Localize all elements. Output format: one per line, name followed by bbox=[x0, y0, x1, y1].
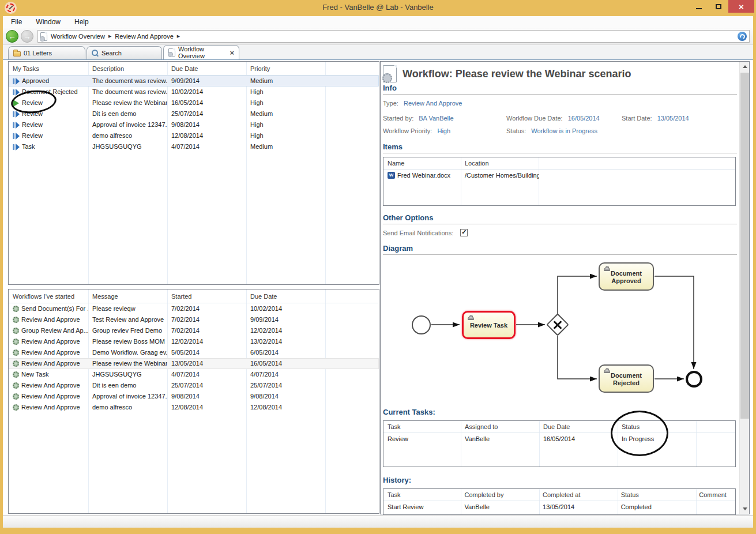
cell-text: Review And Approve bbox=[21, 380, 80, 391]
column-header[interactable]: Comment bbox=[695, 489, 735, 501]
table-row[interactable]: ApprovedThe document was review...9/09/2… bbox=[9, 76, 379, 87]
docx-icon bbox=[388, 172, 395, 179]
column-header[interactable]: Priority bbox=[246, 62, 325, 75]
tab-search[interactable]: Search bbox=[86, 46, 162, 59]
column-header[interactable]: Task bbox=[383, 489, 461, 501]
cell-text: 9/09/2014 bbox=[171, 76, 200, 87]
menu-window[interactable]: Window bbox=[36, 18, 61, 26]
table-row[interactable]: Review And Approvedemo alfresco12/08/201… bbox=[9, 402, 379, 413]
table-row[interactable]: Reviewdemo alfresco12/08/2014High bbox=[9, 130, 379, 141]
column-header[interactable]: Status bbox=[617, 489, 695, 501]
table-row[interactable]: Start ReviewVanBelle13/05/2014Completed bbox=[383, 501, 735, 513]
menu-help[interactable]: Help bbox=[74, 18, 89, 26]
table-row[interactable]: ReviewApproval of invoice 12347...9/08/2… bbox=[9, 119, 379, 130]
wf-gear-icon bbox=[13, 371, 19, 378]
table-row[interactable]: ReviewVanBelle16/05/2014In Progress bbox=[383, 433, 735, 445]
cell-text: 9/09/2014 bbox=[250, 314, 279, 325]
close-button[interactable]: × bbox=[728, 0, 754, 13]
table-cell: High bbox=[246, 119, 325, 130]
table-row[interactable]: New TaskJHGSUSGUQYG4/07/20144/07/2014 bbox=[9, 369, 379, 380]
scrollbar-thumb[interactable] bbox=[740, 73, 749, 419]
tab-01-letters[interactable]: 01 Letters bbox=[8, 46, 85, 59]
table-cell: 12/08/2014 bbox=[167, 402, 246, 413]
column-header[interactable]: Workflows I've started bbox=[9, 289, 88, 303]
send-email-checkbox[interactable] bbox=[460, 229, 468, 236]
table-row[interactable]: Review And ApproveTest Review and Approv… bbox=[9, 314, 379, 325]
scroll-down-button[interactable] bbox=[740, 504, 750, 514]
table-row[interactable]: Document RejectedThe document was review… bbox=[9, 87, 379, 97]
forward-button[interactable]: → bbox=[21, 30, 33, 43]
sync-icon[interactable] bbox=[738, 32, 747, 41]
column-header[interactable]: Name bbox=[383, 157, 461, 169]
breadcrumb[interactable]: Workflow Overview ▶ Review And Approve ▶ bbox=[37, 30, 750, 43]
column-header[interactable]: My Tasks bbox=[9, 62, 88, 75]
table-row[interactable]: Review And ApproveApproval of invoice 12… bbox=[9, 391, 379, 402]
table-row[interactable]: Review And ApprovePlease review Boss MOM… bbox=[9, 336, 379, 347]
table-row[interactable]: Fred Webinar.docx/Customer Homes/Buildin… bbox=[383, 170, 735, 181]
task-blue-icon bbox=[13, 122, 20, 129]
review-task-node[interactable]: Review Task bbox=[462, 311, 516, 339]
cell-text: Task bbox=[22, 141, 35, 152]
table-row[interactable]: Send Document(s) For ...Please revieqw7/… bbox=[9, 303, 379, 314]
table-cell: Approval of invoice 12347... bbox=[88, 391, 167, 402]
cell-text: Review And Approve bbox=[21, 336, 80, 347]
table-cell: Please revieqw bbox=[88, 303, 167, 314]
column-header[interactable]: Assigned to bbox=[461, 421, 539, 433]
table-cell: Review And Approve bbox=[9, 314, 88, 325]
task-blue-icon bbox=[13, 133, 20, 140]
column-header[interactable]: Task bbox=[383, 421, 461, 433]
document-approved-node[interactable]: Document Approved bbox=[599, 262, 654, 291]
cell-text: Review And Approve bbox=[21, 402, 80, 413]
minimize-button[interactable] bbox=[689, 0, 709, 13]
menu-file[interactable]: File bbox=[11, 18, 22, 26]
table-cell: 13/05/2014 bbox=[539, 501, 617, 513]
cell-text: New Task bbox=[21, 369, 48, 380]
column-header[interactable]: Started bbox=[167, 289, 246, 303]
table-row[interactable]: ReviewDit is een demo25/07/2014Medium bbox=[9, 108, 379, 119]
tab-workflow-overview[interactable]: Workflow Overview × bbox=[163, 45, 239, 59]
table-header-row: Workflows I've startedMessageStartedDue … bbox=[9, 289, 379, 303]
back-button[interactable]: ← bbox=[6, 30, 18, 43]
cell-text: 12/02/2014 bbox=[171, 336, 203, 347]
table-row[interactable]: Review And ApproveDemo Workflow. Graag e… bbox=[9, 347, 379, 358]
column-header[interactable]: Location bbox=[461, 157, 539, 169]
column-header[interactable]: Completed by bbox=[461, 489, 539, 501]
table-cell: The document was review... bbox=[88, 87, 167, 97]
table-cell: demo alfresco bbox=[88, 130, 167, 141]
table-cell: Task bbox=[9, 141, 88, 152]
cell-text: Please revieqw bbox=[92, 303, 136, 314]
table-cell: 7/02/2014 bbox=[167, 303, 246, 314]
table-row[interactable]: ReviewPlease review the Webinar...16/05/… bbox=[9, 97, 379, 108]
table-cell: Medium bbox=[246, 141, 325, 152]
scroll-up-button[interactable] bbox=[740, 62, 750, 72]
workflow-doc-icon bbox=[383, 65, 397, 82]
table-cell: New Task bbox=[9, 369, 88, 380]
table-cell: Dit is een demo bbox=[88, 108, 167, 119]
vertical-scrollbar[interactable] bbox=[739, 62, 749, 514]
search-icon bbox=[92, 50, 99, 57]
column-header[interactable]: Due Date bbox=[167, 62, 246, 75]
folder-icon bbox=[13, 51, 21, 57]
column-header[interactable]: Completed at bbox=[539, 489, 617, 501]
info-type-label: Type: bbox=[383, 100, 398, 107]
chevron-right-icon[interactable]: ▶ bbox=[108, 34, 111, 39]
table-row[interactable]: Group Review And Ap...Group reviev Fred … bbox=[9, 325, 379, 336]
column-header[interactable]: Status bbox=[618, 421, 696, 433]
info-status-value: Workflow is in Progress bbox=[531, 127, 597, 134]
table-row[interactable]: Review And ApproveDit is een demo25/07/2… bbox=[9, 380, 379, 391]
column-header[interactable]: Due Date bbox=[246, 289, 325, 303]
column-header[interactable]: Due Date bbox=[539, 421, 618, 433]
column-header[interactable]: Description bbox=[88, 62, 167, 75]
table-row[interactable]: TaskJHGSUSGUQYG4/07/2014Medium bbox=[9, 141, 379, 152]
maximize-button[interactable] bbox=[709, 0, 728, 13]
column-header[interactable]: Message bbox=[88, 289, 167, 303]
table-row[interactable]: Review And ApprovePlease review the Webi… bbox=[9, 358, 379, 369]
table-cell: 25/07/2014 bbox=[246, 380, 325, 391]
tab-close-icon[interactable]: × bbox=[230, 49, 234, 57]
section-divider bbox=[383, 153, 737, 153]
breadcrumb-item-workflow-overview[interactable]: Workflow Overview bbox=[51, 33, 105, 40]
chevron-right-icon[interactable]: ▶ bbox=[177, 34, 180, 39]
document-rejected-node[interactable]: Document Rejected bbox=[599, 364, 654, 393]
table-cell: 9/09/2014 bbox=[167, 76, 246, 87]
breadcrumb-item-review-and-approve[interactable]: Review And Approve bbox=[115, 33, 174, 40]
